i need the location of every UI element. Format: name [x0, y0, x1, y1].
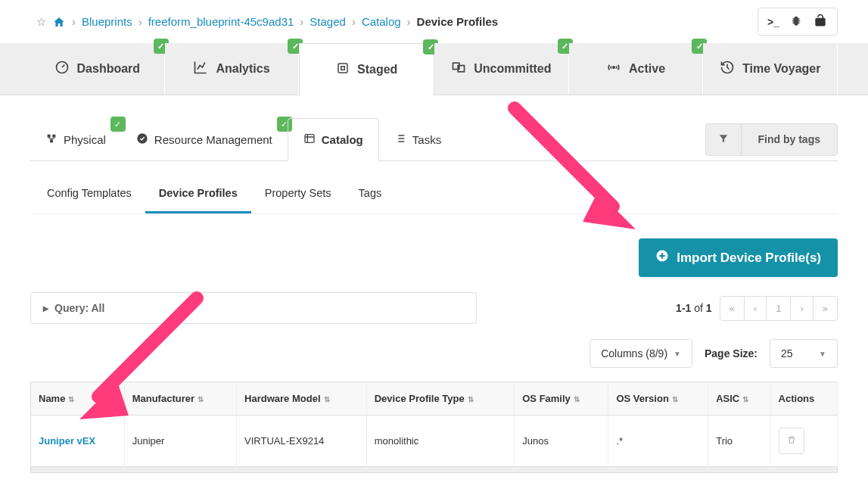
- pager-next[interactable]: ›: [791, 297, 813, 320]
- svg-rect-8: [50, 139, 53, 142]
- th-os-version-label: OS Version: [616, 393, 668, 404]
- th-os-family[interactable]: OS Family⇅: [515, 382, 608, 416]
- cell-os-version: .*: [608, 416, 708, 467]
- tab-time-voyager[interactable]: Time Voyager: [703, 43, 838, 95]
- sort-icon: ⇅: [324, 395, 330, 403]
- gauge-icon: [54, 60, 70, 78]
- tab-active[interactable]: Active ✓: [569, 43, 704, 95]
- query-label: Query: All: [54, 302, 104, 314]
- subtab-tasks-label: Tasks: [412, 133, 441, 146]
- bug-icon[interactable]: [790, 14, 802, 29]
- home-icon[interactable]: [52, 16, 66, 28]
- th-hw-model[interactable]: Hardware Model⇅: [237, 382, 367, 416]
- plus-circle-icon: [655, 249, 669, 266]
- th-actions: Actions: [770, 382, 837, 416]
- subtab-resource-mgmt-label: Resource Management: [154, 133, 272, 146]
- tab-active-label: Active: [629, 62, 665, 76]
- sort-icon: ⇅: [468, 395, 474, 403]
- th-manufacturer[interactable]: Manufacturer⇅: [124, 382, 236, 416]
- th-dp-type-label: Device Profile Type: [375, 393, 465, 404]
- subtab-tasks[interactable]: Tasks: [379, 118, 456, 160]
- history-icon: [720, 60, 735, 78]
- node-icon: [45, 132, 58, 147]
- th-name-label: Name: [39, 393, 65, 404]
- subtab-catalog-label: Catalog: [322, 133, 363, 146]
- svg-rect-6: [48, 134, 51, 137]
- th-name[interactable]: Name⇅: [31, 382, 125, 416]
- th-asic-label: ASIC: [716, 393, 739, 404]
- import-device-profiles-button[interactable]: Import Device Profile(s): [639, 238, 838, 277]
- cell-hw-model: VIRTUAL-EX9214: [237, 416, 367, 467]
- svg-rect-10: [305, 135, 314, 143]
- pager-buttons: « ‹ 1 › »: [720, 296, 838, 321]
- pager-last[interactable]: »: [814, 297, 837, 320]
- sort-icon: ⇅: [198, 395, 204, 403]
- cell-asic: Trio: [708, 416, 770, 467]
- sub-tabs: Physical ✓ Resource Management ✓ Catalog…: [30, 118, 456, 160]
- tab-analytics[interactable]: Analytics ✓: [165, 43, 300, 95]
- subtab-physical-label: Physical: [64, 133, 106, 146]
- cell-actions: [770, 416, 837, 467]
- layers-icon: [451, 60, 466, 78]
- table-footer-bar: [30, 467, 838, 473]
- main-tabs: Dashboard ✓ Analytics ✓ Staged ✓ Uncommi…: [0, 43, 868, 95]
- tab-dashboard[interactable]: Dashboard ✓: [30, 43, 165, 95]
- tab-time-voyager-label: Time Voyager: [742, 62, 820, 76]
- chevron-right-icon: ›: [300, 15, 303, 28]
- query-box[interactable]: ▸ Query: All: [30, 292, 477, 324]
- subtab-catalog[interactable]: Catalog: [288, 118, 379, 161]
- columns-dropdown[interactable]: Columns (8/9) ▼: [590, 339, 692, 368]
- th-asic[interactable]: ASIC⇅: [708, 382, 770, 416]
- tab-staged[interactable]: Staged ✓: [299, 43, 434, 95]
- cell-os-family: Junos: [515, 416, 608, 467]
- pager-range: 1-1: [676, 302, 691, 314]
- chevron-right-icon: ›: [352, 15, 356, 28]
- pager-prev[interactable]: ‹: [745, 297, 767, 320]
- tab-analytics-label: Analytics: [216, 62, 269, 76]
- caret-down-icon: ▼: [819, 350, 826, 358]
- find-by-tags[interactable]: Find by tags: [705, 123, 838, 156]
- ttab-property-sets[interactable]: Property Sets: [251, 175, 345, 213]
- ttab-config-templates[interactable]: Config Templates: [33, 175, 145, 213]
- broadcast-icon: [606, 60, 621, 78]
- star-icon[interactable]: ☆: [36, 15, 46, 29]
- pager-first[interactable]: «: [720, 297, 745, 320]
- device-profiles-table: Name⇅ Manufacturer⇅ Hardware Model⇅ Devi…: [30, 381, 838, 467]
- svg-rect-1: [338, 64, 347, 73]
- chevron-right-icon: ›: [407, 15, 411, 28]
- chart-icon: [193, 60, 208, 78]
- breadcrumb-staged[interactable]: Staged: [310, 15, 346, 28]
- pager-page[interactable]: 1: [767, 297, 791, 320]
- svg-point-9: [137, 133, 147, 143]
- sort-icon: ⇅: [672, 395, 678, 403]
- page-size-dropdown[interactable]: 25 ▼: [770, 339, 838, 368]
- unlock-icon[interactable]: [813, 13, 828, 30]
- import-button-label: Import Device Profile(s): [677, 251, 821, 266]
- tab-uncommitted-label: Uncommitted: [474, 62, 551, 76]
- cell-dp-type: monolithic: [366, 416, 515, 467]
- breadcrumb-current: Device Profiles: [417, 15, 499, 28]
- sort-icon: ⇅: [574, 395, 580, 403]
- breadcrumb-catalog[interactable]: Catalog: [362, 15, 401, 28]
- th-os-family-label: OS Family: [522, 393, 571, 404]
- sort-icon: ⇅: [742, 395, 748, 403]
- resource-icon: [136, 132, 148, 147]
- delete-button[interactable]: [779, 428, 804, 454]
- cell-name[interactable]: Juniper vEX: [31, 416, 125, 467]
- subtab-physical[interactable]: Physical ✓: [30, 118, 121, 160]
- console-icon[interactable]: >_: [767, 16, 779, 28]
- ttab-tags[interactable]: Tags: [345, 175, 396, 213]
- catalog-icon: [303, 132, 316, 147]
- svg-rect-7: [52, 134, 55, 137]
- ttab-device-profiles[interactable]: Device Profiles: [145, 175, 251, 213]
- page-size-value: 25: [781, 347, 793, 360]
- th-dp-type[interactable]: Device Profile Type⇅: [366, 382, 515, 416]
- pager-of: of: [694, 302, 703, 314]
- tertiary-tabs: Config Templates Device Profiles Propert…: [30, 175, 838, 214]
- th-os-version[interactable]: OS Version⇅: [608, 382, 708, 416]
- th-actions-label: Actions: [779, 393, 815, 404]
- breadcrumb-blueprints[interactable]: Blueprints: [82, 15, 132, 28]
- tab-uncommitted[interactable]: Uncommitted ✓: [434, 43, 569, 95]
- subtab-resource-mgmt[interactable]: Resource Management ✓: [121, 118, 288, 160]
- breadcrumb-blueprint-name[interactable]: freeform_blueprint-45c9ad31: [148, 15, 294, 28]
